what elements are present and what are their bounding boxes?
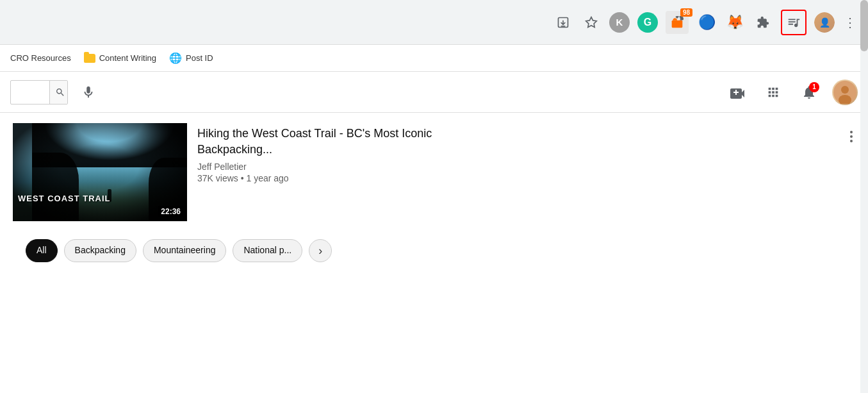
fox-icon[interactable]: 🦊: [725, 12, 745, 33]
thumbnail-overlay-text: WEST COAST TRAIL: [18, 194, 111, 203]
folder-icon: [84, 54, 95, 63]
video-time-ago: 1 year ago: [247, 173, 289, 183]
filter-pill-mountaineering[interactable]: Mountaineering: [143, 239, 227, 262]
bookmark-content-label: Content Writing: [99, 53, 156, 63]
video-channel[interactable]: Jeff Pelletier: [197, 162, 855, 172]
profile-k-icon[interactable]: K: [609, 12, 630, 33]
video-info: Hiking the West Coast Trail - BC's Most …: [197, 123, 855, 183]
globe-icon: 🌐: [169, 52, 182, 64]
search-box: [10, 80, 68, 105]
queue-icon-highlighted[interactable]: [781, 10, 807, 35]
video-views: 37K views: [197, 173, 238, 183]
bookmark-cro-resources[interactable]: CRO Resources: [10, 53, 71, 63]
video-item: WEST COAST TRAIL 22:36 Hiking the West C…: [13, 123, 855, 221]
apps-grid-button[interactable]: [760, 79, 786, 105]
bookmark-post-id[interactable]: 🌐 Post ID: [169, 52, 213, 64]
browser-menu-icon[interactable]: ⋮: [842, 15, 858, 30]
youtube-main: 1: [0, 72, 868, 393]
notification-count-badge: 1: [809, 82, 819, 92]
filter-pills-row: All Backpacking Mountaineering National …: [13, 234, 855, 267]
avatar-image: [832, 79, 858, 105]
search-submit-button[interactable]: [49, 81, 68, 104]
youtube-user-avatar[interactable]: [832, 79, 858, 105]
extension-badge-icon[interactable]: 98: [666, 11, 689, 34]
video-title-row: Hiking the West Coast Trail - BC's Most …: [197, 126, 855, 158]
filter-scroll-right-button[interactable]: ›: [309, 239, 332, 262]
youtube-content: WEST COAST TRAIL 22:36 Hiking the West C…: [0, 113, 868, 393]
browser-toolbar: K G 98 🔵 🦊: [0, 0, 868, 45]
youtube-header-right: 1: [725, 79, 858, 105]
video-title[interactable]: Hiking the West Coast Trail - BC's Most …: [197, 126, 466, 158]
video-duration: 22:36: [158, 206, 183, 217]
bookmark-cro-label: CRO Resources: [10, 53, 71, 63]
bookmark-content-writing[interactable]: Content Writing: [84, 53, 156, 63]
filter-pill-national[interactable]: National p...: [233, 239, 302, 262]
video-options-button[interactable]: [848, 126, 855, 147]
svg-point-6: [841, 86, 849, 94]
download-icon[interactable]: [553, 12, 573, 33]
filter-pill-all[interactable]: All: [26, 239, 58, 262]
scrollbar-thumb[interactable]: [860, 0, 868, 51]
video-thumbnail[interactable]: WEST COAST TRAIL 22:36: [13, 123, 187, 221]
extension-count-badge: 98: [680, 8, 692, 17]
bookmark-star-icon[interactable]: [581, 12, 602, 33]
scrollbar-track[interactable]: [860, 0, 868, 393]
filter-pill-backpacking[interactable]: Backpacking: [64, 239, 136, 262]
video-meta: 37K views • 1 year ago: [197, 173, 855, 183]
search-input[interactable]: [11, 87, 49, 98]
voice-search-button[interactable]: [76, 79, 101, 105]
video-separator: •: [241, 173, 247, 183]
browser-user-avatar[interactable]: 👤: [814, 12, 835, 33]
svg-marker-3: [586, 17, 597, 27]
grammarly-icon[interactable]: G: [637, 12, 658, 33]
bookmarks-bar: CRO Resources Content Writing 🌐 Post ID: [0, 45, 868, 72]
create-video-button[interactable]: [725, 79, 750, 105]
extensions-puzzle-icon[interactable]: [753, 12, 773, 33]
svg-rect-4: [672, 20, 683, 28]
flame-icon[interactable]: 🔵: [696, 12, 717, 33]
bookmark-postid-label: Post ID: [186, 53, 213, 63]
notifications-button[interactable]: 1: [796, 79, 822, 105]
youtube-header: 1: [0, 72, 868, 113]
